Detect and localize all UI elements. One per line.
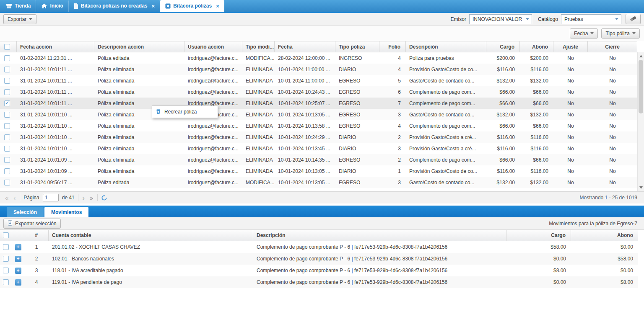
cell-cierre: No — [588, 177, 637, 188]
row-checkbox[interactable] — [4, 168, 10, 174]
cell-descripcion: Gasto/Costo de contado co... — [406, 109, 486, 120]
table-row[interactable]: 31-01-2024 09:56:17 ... Póliza editada i… — [0, 177, 637, 188]
expand-plus-icon[interactable]: + — [15, 244, 21, 250]
column-header-fecha-accion[interactable]: Fecha acción — [17, 41, 94, 52]
scroll-up-arrow-icon[interactable] — [639, 55, 643, 57]
column-header-cuenta-contable[interactable]: Cuenta contable — [49, 230, 253, 241]
column-header-abono[interactable]: Abono — [571, 230, 638, 241]
next-page-icon[interactable]: › — [82, 195, 86, 201]
expand-plus-icon[interactable]: + — [15, 256, 21, 262]
recreate-policy-menu-item[interactable]: Recrear póliza — [153, 107, 217, 117]
close-icon[interactable]: × — [216, 3, 219, 9]
tab-tienda[interactable]: Tienda — [1, 0, 36, 12]
row-checkbox[interactable] — [4, 67, 10, 72]
row-checkbox[interactable] — [4, 89, 10, 95]
tab-bitacora-polizas-no-creadas[interactable]: Bitácora pólizas no creadas × — [69, 0, 160, 12]
fecha-filter-button[interactable]: Fecha — [570, 28, 598, 39]
column-header-cargo[interactable]: Cargo — [486, 41, 520, 52]
row-checkbox[interactable] — [4, 146, 10, 152]
catalogo-select[interactable]: Pruebas — [561, 14, 621, 24]
column-header-cargo[interactable]: Cargo — [506, 230, 571, 241]
row-checkbox[interactable] — [3, 244, 9, 250]
table-row[interactable]: + 1 201.01.02 - XOCHILT CASAS CHAVEZ Com… — [0, 241, 638, 253]
column-header-tipo-modificacion[interactable]: Tipo modi... — [242, 41, 275, 52]
table-row[interactable]: 31-01-2024 10:01:11 ... Póliza eliminada… — [0, 98, 637, 109]
row-checkbox[interactable] — [4, 55, 10, 61]
table-row[interactable]: + 4 119.01 - IVA pendiente de pago Compl… — [0, 276, 638, 288]
expand-plus-icon[interactable]: + — [15, 268, 21, 274]
column-header-ajuste[interactable]: Ajuste — [553, 41, 588, 52]
tab-bitacora-polizas[interactable]: Bitácora pólizas × — [160, 0, 224, 12]
scroll-down-arrow-icon[interactable] — [639, 186, 643, 189]
table-row[interactable]: + 2 102.01 - Bancos nacionales Complemen… — [0, 253, 638, 265]
row-checkbox[interactable] — [3, 256, 9, 262]
emisor-select[interactable]: INNOVACION VALOR — [469, 14, 532, 24]
cell-cierre: No — [588, 131, 637, 143]
tipo-poliza-filter-button[interactable]: Tipo póliza — [601, 28, 640, 39]
row-checkbox-cell — [0, 86, 17, 98]
chevron-down-icon — [615, 18, 618, 20]
row-checkbox[interactable] — [3, 268, 9, 273]
cell-fecha: 10-01-2024 10:14:35 ... — [275, 154, 335, 165]
row-checkbox[interactable] — [4, 123, 10, 129]
context-menu: Recrear póliza — [152, 106, 218, 118]
cell-cargo: $132.00 — [486, 109, 520, 120]
cell-cierre: No — [588, 52, 637, 64]
cell-usuario-accion: irodriguez@facture.c... — [184, 52, 242, 64]
expand-plus-icon[interactable]: + — [15, 279, 21, 286]
column-header-fecha[interactable]: Fecha — [275, 41, 335, 52]
cell-fecha: 10-01-2024 10:13:05 ... — [275, 177, 335, 188]
tab-inicio[interactable]: Inicio — [36, 0, 68, 12]
column-header-tipo-poliza[interactable]: Tipo póliza — [335, 41, 379, 52]
close-icon[interactable]: × — [152, 3, 155, 9]
column-header-cierre[interactable]: Cierre — [588, 41, 637, 52]
page-input[interactable] — [43, 194, 59, 201]
table-row[interactable]: 01-02-2024 11:23:31 ... Póliza editada i… — [0, 52, 637, 64]
column-header-abono[interactable]: Abono — [520, 41, 553, 52]
row-checkbox[interactable] — [4, 100, 10, 106]
cell-tipo-poliza: DIARIO — [335, 64, 379, 75]
export-button[interactable]: Exportar — [3, 14, 36, 24]
clear-filters-button[interactable] — [626, 14, 641, 24]
select-all-checkbox[interactable] — [3, 232, 9, 238]
detail-toolbar: Exportar selección Movimientos para la p… — [0, 217, 644, 230]
table-row[interactable]: 31-01-2024 10:01:10 ... Póliza eliminada… — [0, 109, 637, 120]
table-row[interactable]: 31-01-2024 10:01:09 ... Póliza eliminada… — [0, 154, 637, 165]
table-row[interactable]: 31-01-2024 10:01:11 ... Póliza eliminada… — [0, 75, 637, 86]
column-header-usuario-accion[interactable]: Usuario acción — [184, 41, 242, 52]
prev-page-icon[interactable]: ‹ — [13, 195, 16, 201]
column-header-descripcion[interactable]: Descripción — [406, 41, 486, 52]
table-row[interactable]: 31-01-2024 10:01:11 ... Póliza eliminada… — [0, 64, 637, 75]
cell-ajuste: No — [553, 109, 588, 120]
cell-folio: 3 — [379, 177, 406, 188]
table-row[interactable]: 31-01-2024 10:01:11 ... Póliza eliminada… — [0, 86, 637, 98]
row-checkbox[interactable] — [3, 279, 9, 285]
column-header-descripcion[interactable]: Descripción — [253, 230, 506, 241]
refresh-icon[interactable] — [101, 195, 107, 201]
row-checkbox[interactable] — [4, 180, 10, 185]
tab-movimientos[interactable]: Movimientos — [44, 207, 88, 217]
cell-cierre: No — [588, 109, 637, 120]
table-row[interactable]: 31-01-2024 10:01:10 ... Póliza eliminada… — [0, 120, 637, 131]
select-all-checkbox[interactable] — [4, 44, 10, 50]
first-page-icon[interactable]: « — [4, 195, 9, 201]
tab-seleccion[interactable]: Selección — [7, 207, 44, 217]
export-selection-button[interactable]: Exportar selección — [3, 219, 61, 229]
table-row[interactable]: + 3 118.01 - IVA acreditable pagado Comp… — [0, 265, 638, 276]
row-checkbox[interactable] — [4, 112, 10, 118]
table-row[interactable]: 31-01-2024 10:01:10 ... Póliza eliminada… — [0, 131, 637, 143]
row-checkbox-cell — [0, 98, 17, 109]
table-row[interactable]: 31-01-2024 10:01:10 ... Póliza eliminada… — [0, 143, 637, 154]
row-checkbox[interactable] — [4, 134, 10, 140]
cell-usuario-accion: irodriguez@facture.c... — [184, 75, 242, 86]
column-header-folio[interactable]: Folio — [379, 41, 406, 52]
row-checkbox[interactable] — [4, 78, 10, 84]
table-row[interactable]: 31-01-2024 10:01:09 ... Póliza eliminada… — [0, 165, 637, 177]
last-page-icon[interactable]: » — [89, 195, 94, 201]
column-header-descripcion-accion[interactable]: Descripción acción — [94, 41, 184, 52]
cell-cargo: $58.00 — [506, 241, 571, 253]
scrollbar-thumb[interactable] — [639, 60, 643, 113]
column-header-num[interactable]: # — [24, 230, 49, 241]
row-checkbox[interactable] — [4, 157, 10, 163]
cell-descripcion-accion: Póliza eliminada — [94, 165, 184, 177]
